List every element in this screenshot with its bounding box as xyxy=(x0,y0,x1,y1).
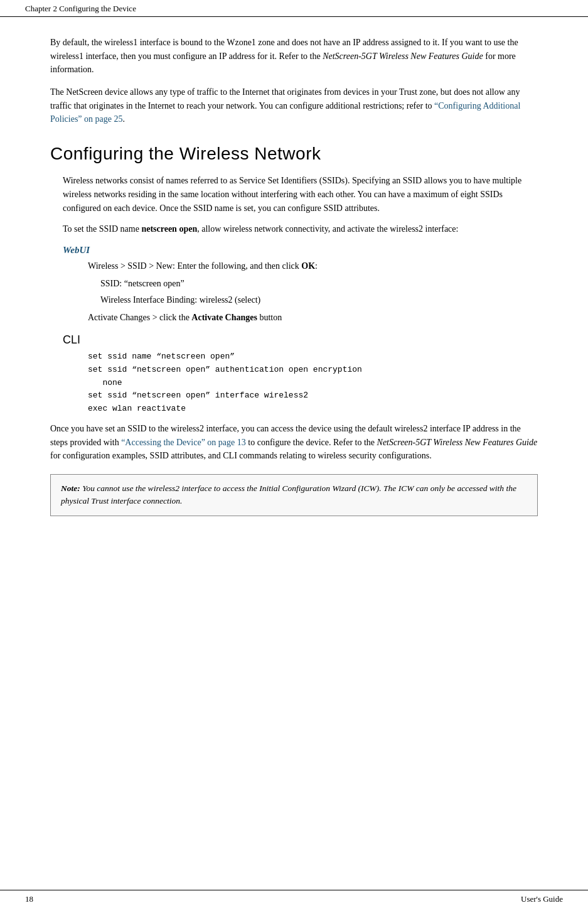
after-code-para: Once you have set an SSID to the wireles… xyxy=(50,422,538,463)
footer-guide-name: User's Guide xyxy=(521,894,563,904)
after-code-italic: NetScreen-5GT Wireless New Features Guid… xyxy=(377,438,538,447)
activate-bold: Activate Changes xyxy=(191,313,257,322)
section-heading: Configuring the Wireless Network xyxy=(50,144,538,164)
activate-instruction: Activate Changes > click the Activate Ch… xyxy=(88,311,538,325)
ssid-intro-end: , allow wireless network connectivity, a… xyxy=(197,224,458,234)
note-text: You cannot use the wireless2 interface t… xyxy=(61,484,516,505)
ssid-intro-start: To set the SSID name xyxy=(63,224,141,234)
cli-label-text: CLI xyxy=(63,333,80,346)
ssid-value: SSID: “netscreen open” xyxy=(100,277,538,291)
webui-label: WebUI xyxy=(63,245,538,256)
accessing-device-link[interactable]: “Accessing the Device” on page 13 xyxy=(121,438,246,447)
wireless-binding: Wireless Interface Binding: wireless2 (s… xyxy=(100,293,538,307)
intro-para-2: The NetScreen device allows any type of … xyxy=(50,85,538,126)
chapter-title: Chapter 2 Configuring the Device xyxy=(25,4,136,14)
wireless-intro-para: Wireless networks consist of names refer… xyxy=(63,174,538,215)
ssid-intro-bold: netscreen open xyxy=(141,224,197,234)
after-code-mid: to configure the device. Refer to the xyxy=(246,438,377,447)
footer-page-number: 18 xyxy=(25,894,33,904)
after-code-end: for configuration examples, SSID attribu… xyxy=(50,451,432,460)
note-bold: Note: xyxy=(61,484,80,493)
page-footer: 18 User's Guide xyxy=(0,890,588,908)
para1-italic: NetScreen-5GT Wireless New Features Guid… xyxy=(323,51,483,61)
code-block: set ssid name “netscreen open” set ssid … xyxy=(88,350,538,416)
webui-instruction: Wireless > SSID > New: Enter the followi… xyxy=(88,259,538,273)
activate-end: button xyxy=(257,313,282,322)
note-box: Note: You cannot use the wireless2 inter… xyxy=(50,474,538,516)
ssid-intro-para: To set the SSID name netscreen open, all… xyxy=(63,222,538,236)
cli-label: CLI xyxy=(63,333,538,347)
webui-instruction-end: : xyxy=(315,261,318,271)
page-content: By default, the wireless1 interface is b… xyxy=(0,17,588,560)
page-header: Chapter 2 Configuring the Device xyxy=(0,0,588,17)
webui-ok-bold: OK xyxy=(301,261,315,271)
webui-label-text: WebUI xyxy=(63,245,90,255)
activate-text: Activate Changes > click the xyxy=(88,313,191,322)
intro-para-1: By default, the wireless1 interface is b… xyxy=(50,36,538,77)
webui-instruction-text: Wireless > SSID > New: Enter the followi… xyxy=(88,261,301,271)
para2-end: . xyxy=(122,114,125,124)
